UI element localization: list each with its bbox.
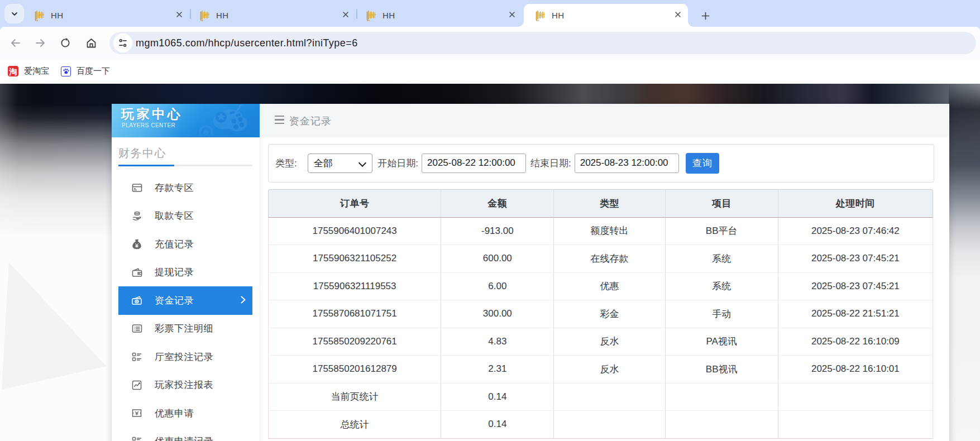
- menu-item-promo-apply[interactable]: 优惠申请: [118, 399, 252, 428]
- table-cell: 1755906401007243: [268, 218, 441, 246]
- home-button[interactable]: [82, 33, 101, 52]
- menu-item-promo-apply-records[interactable]: 优惠申请记录: [118, 428, 252, 441]
- menu-item-label: 玩家投注报表: [155, 378, 213, 391]
- coupon-list-icon: [131, 435, 143, 441]
- menu-item-label: 优惠申请: [155, 407, 194, 420]
- tab-4-active[interactable]: HH: [524, 4, 688, 27]
- table-row: 1755906321105252600.00在线存款系统2025-08-23 0…: [268, 245, 933, 273]
- browser-chrome: HH HH HH HH: [0, 0, 980, 84]
- tab-separator: [190, 9, 191, 19]
- table-header-cell: 处理时间: [778, 189, 933, 218]
- filter-bar: 类型: 全部 开始日期: 结束日期: 查询: [268, 144, 934, 183]
- table-cell: 1755850201612879: [268, 356, 441, 384]
- table-cell: 2.31: [441, 356, 554, 384]
- table-cell: 在线存款: [554, 245, 665, 273]
- chevron-down-icon: [11, 10, 18, 18]
- start-date-label: 开始日期:: [377, 157, 418, 170]
- banknotes-icon: [131, 294, 143, 306]
- sidebar-menu: 存款专区 取款专区 充值记录 提现记录 资金记录: [118, 174, 252, 441]
- menu-item-lottery-bet-details[interactable]: 彩票下注明细: [118, 315, 252, 343]
- report-chart-icon: [131, 379, 143, 391]
- query-button[interactable]: 查询: [686, 153, 719, 174]
- menu-item-player-bet-report[interactable]: 玩家投注报表: [118, 371, 252, 400]
- table-cell: 1755906321119553: [268, 273, 441, 301]
- ticket-list-icon: [131, 323, 143, 335]
- table-cell: 反水: [554, 328, 665, 356]
- table-cell: 反水: [554, 356, 665, 384]
- tab-title: HH: [383, 11, 395, 20]
- content-header: 资金记录: [260, 104, 949, 137]
- plus-icon: [701, 12, 710, 20]
- withdraw-hand-icon: [131, 210, 143, 222]
- end-date-label: 结束日期:: [530, 157, 571, 170]
- table-cell: 2025-08-22 21:51:21: [778, 300, 933, 328]
- table-cell: 0.14: [441, 384, 554, 411]
- back-button[interactable]: [6, 33, 25, 52]
- tab-strip: HH HH HH HH: [0, 0, 980, 27]
- table-cell: [778, 411, 933, 439]
- tab-2[interactable]: HH: [192, 4, 357, 27]
- hamburger-icon[interactable]: [275, 116, 284, 124]
- wallet-icon: [131, 266, 143, 279]
- webpage: 玩家中心 PLAYERS CENTER 财务中心 存款专区 取款专区 充值记录: [0, 84, 980, 441]
- end-date-input[interactable]: [575, 154, 679, 173]
- table-cell: [666, 384, 778, 411]
- site-info-button[interactable]: [113, 33, 132, 52]
- menu-item-deposit-zone[interactable]: 存款专区: [118, 174, 252, 202]
- bookmark-baidu[interactable]: 百度一下: [61, 59, 110, 84]
- table-row: 17558502092207614.83反水PA视讯2025-08-22 16:…: [268, 328, 933, 356]
- menu-item-label: 彩票下注明细: [155, 322, 213, 335]
- forward-icon: [35, 37, 46, 49]
- forward-button[interactable]: [31, 33, 50, 52]
- tab-title: HH: [216, 11, 228, 20]
- address-bar[interactable]: mgm1065.com/hhcp/usercenter.html?iniType…: [109, 32, 976, 54]
- start-date-input[interactable]: [422, 154, 526, 173]
- menu-item-label: 充值记录: [155, 238, 194, 251]
- table-row: 17558502016128792.31反水BB视讯2025-08-22 16:…: [268, 356, 933, 384]
- table-cell: 2025-08-23 07:46:42: [778, 218, 933, 246]
- tab-close-icon[interactable]: [508, 10, 517, 19]
- type-select[interactable]: 全部: [308, 154, 372, 173]
- tab-close-icon[interactable]: [341, 10, 350, 19]
- taobao-icon: 淘: [8, 66, 18, 76]
- tab-close-icon[interactable]: [673, 10, 682, 19]
- table-cell: 600.00: [441, 245, 554, 273]
- sidebar-header: 玩家中心 PLAYERS CENTER: [112, 104, 260, 137]
- tab-favicon: [535, 10, 546, 21]
- bookmark-label: 百度一下: [77, 66, 110, 76]
- reload-button[interactable]: [56, 33, 75, 52]
- menu-item-recharge-records[interactable]: 充值记录: [118, 230, 252, 258]
- table-header-row: 订单号金额类型项目处理时间: [268, 189, 933, 218]
- baidu-paw-icon: [61, 66, 71, 76]
- menu-item-fund-records[interactable]: 资金记录: [118, 286, 252, 315]
- tab-separator: [356, 9, 357, 19]
- menu-item-withdraw-zone[interactable]: 取款专区: [118, 202, 252, 231]
- table-header-cell: 类型: [554, 189, 665, 218]
- table-cell: 1755906321105252: [268, 245, 441, 273]
- toolbar-sheet: mgm1065.com/hhcp/usercenter.html?iniType…: [0, 27, 980, 84]
- table-header-cell: 订单号: [268, 189, 441, 218]
- menu-item-hall-bet-records[interactable]: 厅室投注记录: [118, 343, 252, 371]
- url-text[interactable]: mgm1065.com/hhcp/usercenter.html?iniType…: [136, 32, 358, 54]
- bookmark-taobao[interactable]: 淘 爱淘宝: [8, 59, 49, 84]
- tab-favicon: [34, 10, 45, 21]
- page-title: 资金记录: [289, 114, 332, 128]
- table-cell: 系统: [666, 273, 778, 301]
- tab-favicon: [366, 10, 377, 21]
- tab-3[interactable]: HH: [358, 4, 523, 27]
- tab-close-icon[interactable]: [175, 10, 184, 19]
- new-tab-button[interactable]: [696, 7, 714, 25]
- table-header-cell: 金额: [441, 189, 554, 218]
- table-cell: BB平台: [666, 218, 778, 246]
- table-cell: 2025-08-22 16:10:09: [778, 328, 933, 356]
- page-background-triangle: [0, 260, 112, 396]
- table-cell: 300.00: [441, 300, 554, 328]
- table-cell: 6.00: [441, 273, 554, 301]
- tab-search-button[interactable]: [4, 4, 24, 23]
- table-cell: 彩金: [554, 300, 665, 328]
- reload-icon: [60, 37, 71, 49]
- menu-item-withdrawal-records[interactable]: 提现记录: [118, 258, 252, 287]
- tab-1[interactable]: HH: [27, 4, 190, 27]
- sidebar-section-title: 财务中心: [118, 146, 166, 161]
- table-cell: [554, 411, 665, 439]
